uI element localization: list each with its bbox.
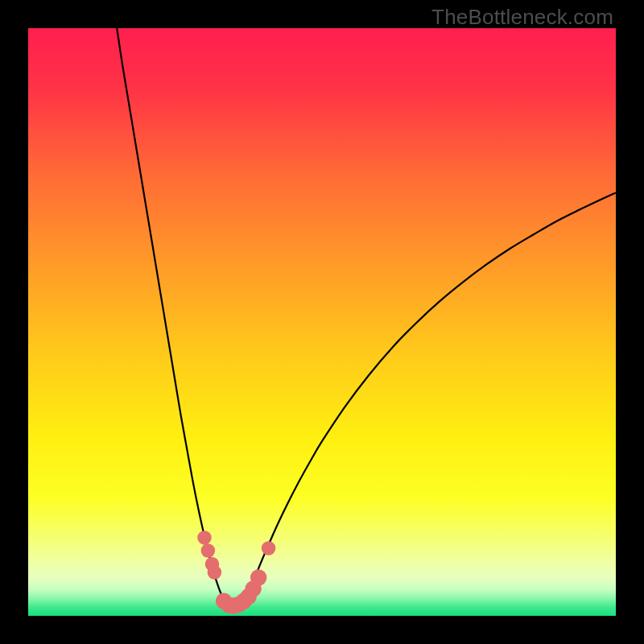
bottleneck-curve — [117, 28, 616, 611]
plot-area — [28, 28, 616, 616]
watermark-text: TheBottleneck.com — [431, 5, 613, 30]
highlight-dots — [197, 530, 275, 614]
highlight-dot — [208, 565, 222, 580]
highlight-dot — [201, 543, 216, 558]
highlight-dot — [197, 530, 212, 545]
chart-svg — [28, 28, 616, 616]
highlight-dot — [250, 569, 266, 585]
chart-frame: TheBottleneck.com — [0, 0, 644, 644]
highlight-dot — [262, 541, 276, 555]
